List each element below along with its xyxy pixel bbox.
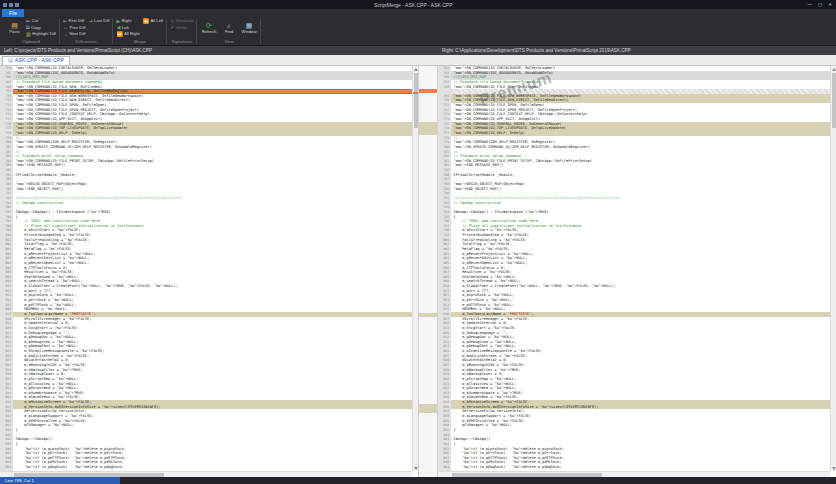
document-tabstrip: ▤ ASK.CPP - ASK.CPP [0,55,836,66]
scroll-thumb[interactable] [14,473,164,477]
all-left-icon: ⏪ [143,19,149,24]
scroll-thumb[interactable] [452,473,602,477]
ribbon-button-label: Window [242,30,257,34]
first-diff-icon: ⇤ [63,19,67,24]
maximize-button[interactable]: ▢ [818,2,822,7]
ribbon-button-label: Highlight Diff [32,32,56,36]
ribbon-button-window[interactable]: ▦Window [240,18,257,38]
ribbon-button-find[interactable]: ⌕Find [220,18,237,38]
code-line[interactable]: 849 "kw">if (m_pDbgSock) "kw">delete m_p… [438,465,830,470]
ribbon-button-label: Right [122,19,132,23]
paste-icon: ▤ [11,22,18,29]
left-code-rows: 764"mac">ON_COMMAND(ID_CHECKLOADER, OnCh… [0,66,412,471]
refresh-icon: ⟳ [206,22,212,29]
ribbon-button-last-diff[interactable]: ⇥Last Diff [88,18,109,25]
line-number: 849 [438,465,451,470]
app-icon [3,3,7,7]
code-text: "kw">if (m_pDbgSock) "kw">delete m_pDbgS… [13,465,412,470]
ribbon-group-label: Differences [63,39,109,45]
ribbon-group-label: Merge [116,39,163,45]
diff-connector [419,404,437,413]
left-icon: ◀ [116,25,120,30]
ribbon-button-highlight-diff[interactable]: ▥Highlight Diff [26,31,56,38]
all-right-icon: ⏩ [116,32,122,37]
minimize-button[interactable]: — [807,2,812,7]
ribbon-group-view: ⟳Refresh⌕Find▦WindowView [197,18,260,45]
ribbon-button-label: Last Diff [94,19,109,23]
code-text: "kw">if (m_pDbgSock) "kw">delete m_pDbgS… [451,465,830,470]
verify-icon: ✔ [170,25,174,30]
right-horizontal-scrollbar[interactable] [438,471,830,477]
diff-connector [419,313,437,317]
diff-link-strip [418,66,438,477]
close-button[interactable]: ✕ [828,2,832,7]
quick-access-toolbar [0,3,19,7]
ribbon-button-label: Cut [32,19,39,23]
window-title: ScriptMerge - ASK.CPP - ASK.CPP [19,2,807,8]
left-code-pane: 764"mac">ON_COMMAND(ID_CHECKLOADER, OnCh… [0,66,418,477]
highlight-diff-icon: ▥ [26,32,31,37]
statusbar: Line 769, Col 1 [0,477,836,484]
right-icon: ▶ [116,19,120,24]
file-tab[interactable]: File [2,9,24,17]
left-horizontal-scrollbar[interactable] [0,471,412,477]
ribbon: File ▤Paste✂Cut⧉Copy▥Highlight DiffClipb… [0,9,836,46]
file-path-bar: Left: C:\projects\DTS Products and Versi… [0,46,836,55]
diff-connector [419,122,437,135]
ribbon-groups: ▤Paste✂Cut⧉Copy▥Highlight DiffClipboard⇤… [3,18,834,45]
ribbon-button-label: Left [122,26,129,30]
ribbon-group-label: View [200,39,257,45]
cut-icon: ✂ [26,19,30,24]
ribbon-button-label: Generate [176,19,193,23]
ribbon-button-label: Refresh [202,30,217,34]
ribbon-group-clipboard: ▤Paste✂Cut⧉Copy▥Highlight DiffClipboard [3,18,59,45]
prev-diff-icon: ← [63,25,68,30]
window-controls: — ▢ ✕ [807,2,836,7]
document-tab[interactable]: ▤ ASK.CPP - ASK.CPP [2,56,70,65]
left-file-path: Left: C:\projects\DTS Products and Versi… [0,48,438,53]
last-diff-icon: ⇥ [88,19,92,24]
window-icon: ▦ [246,22,253,29]
generate-icon: ✎ [170,19,174,24]
code-line[interactable]: 850 "kw">if (m_pDbgSock) "kw">delete m_p… [0,465,412,470]
ribbon-button-label: Copy [31,26,41,30]
ribbon-button-label: Find [225,30,233,34]
copy-icon: ⧉ [26,25,30,30]
titlebar: ScriptMerge - ASK.CPP - ASK.CPP — ▢ ✕ [0,0,836,9]
ribbon-group-signatures: ✎Generate✔VerifySignatures [167,18,196,45]
ribbon-group-label: Signatures [170,39,193,45]
save-icon[interactable] [9,3,13,7]
diff-connector-selected [419,89,437,93]
ribbon-group-label: Clipboard [6,39,56,45]
right-vertical-scrollbar[interactable] [830,66,836,471]
ribbon-group-differences: ⇤First Diff←Prev Diff→Next Diff⇥Last Dif… [60,18,112,45]
ribbon-button-cut[interactable]: ✂Cut [26,18,56,25]
document-icon: ▤ [8,58,13,63]
ribbon-button-refresh[interactable]: ⟳Refresh [200,18,217,38]
document-tab-label: ASK.CPP - ASK.CPP [15,58,64,63]
ribbon-button-verify[interactable]: ✔Verify [170,25,193,32]
ribbon-group-merge: ▶Right◀Left⏩All Right⏪All LeftMerge [113,18,166,45]
scroll-up-icon[interactable] [832,68,836,71]
find-icon: ⌕ [227,22,231,29]
ribbon-button-label: Next Diff [69,32,85,36]
right-code-rows: 764"mac">ON_COMMAND(ID_CHECKLOADER, OnCh… [438,66,830,471]
right-code-pane: 764"mac">ON_COMMAND(ID_CHECKLOADER, OnCh… [438,66,836,477]
line-number: 850 [0,465,13,470]
status-cursor-position: Line 769, Col 1 [0,477,120,484]
ribbon-button-all-left[interactable]: ⏪All Left [143,18,164,25]
ribbon-button-label: All Left [150,19,163,23]
statusbar-filler [120,477,836,484]
scroll-thumb[interactable] [832,73,836,128]
scroll-down-icon[interactable] [832,467,836,470]
ribbon-button-label: Paste [9,30,20,34]
ribbon-button-label: First Diff [69,19,85,23]
diff-content: 764"mac">ON_COMMAND(ID_CHECKLOADER, OnCh… [0,66,836,477]
next-diff-icon: → [63,32,68,37]
ribbon-button-all-right[interactable]: ⏩All Right [116,31,139,38]
ribbon-button-label: All Right [124,32,140,36]
ribbon-group-separator [260,19,261,44]
ribbon-button-paste[interactable]: ▤Paste [6,18,23,38]
ribbon-button-next-diff[interactable]: →Next Diff [63,31,85,38]
merge-app-window: ScriptMerge - ASK.CPP - ASK.CPP — ▢ ✕ Fi… [0,0,836,484]
